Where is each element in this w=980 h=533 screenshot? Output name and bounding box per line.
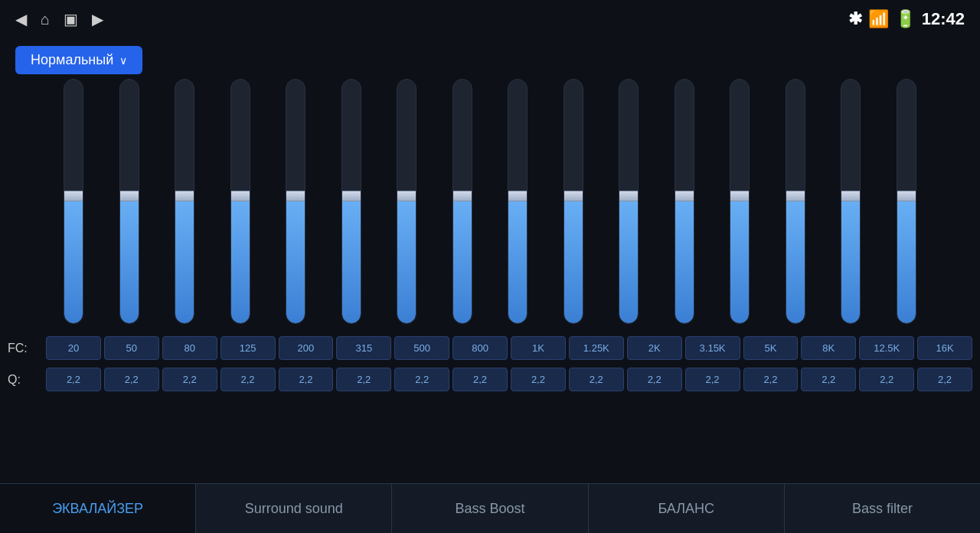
fc-btn-200[interactable]: 200 (279, 336, 334, 360)
slider-3.15K[interactable] (662, 79, 707, 332)
slider-handle-80[interactable] (175, 191, 194, 201)
slider-500[interactable] (384, 79, 430, 332)
slider-16K[interactable] (884, 79, 929, 332)
slider-handle-3.15K[interactable] (675, 191, 694, 201)
clock: 12:42 (922, 9, 965, 29)
preset-area: Нормальный ∨ (0, 38, 980, 79)
slider-handle-200[interactable] (286, 191, 305, 201)
fc-btn-80[interactable]: 80 (162, 336, 217, 360)
q-btn-8K[interactable]: 2,2 (801, 368, 856, 391)
preset-label: Нормальный (31, 52, 113, 68)
q-btn-500[interactable]: 2,2 (394, 368, 449, 391)
q-row: Q: 2,22,22,22,22,22,22,22,22,22,22,22,22… (8, 363, 972, 394)
slider-12.5K[interactable] (828, 79, 874, 332)
slider-handle-315[interactable] (341, 191, 361, 201)
slider-handle-1.25K[interactable] (564, 191, 583, 201)
slider-handle-20[interactable] (64, 191, 83, 201)
fc-btn-50[interactable]: 50 (104, 336, 159, 360)
fc-btn-12.5K[interactable]: 12.5K (859, 336, 914, 360)
fc-btn-800[interactable]: 800 (452, 336, 508, 360)
slider-800[interactable] (439, 79, 485, 332)
q-btn-5K[interactable]: 2,2 (743, 368, 799, 391)
tab-eq[interactable]: ЭКВАЛАЙЗЕР (0, 484, 196, 533)
slider-50[interactable] (106, 79, 152, 332)
status-bar: ◀ ⌂ ▣ ▶ ✱ 📶 🔋 12:42 (0, 0, 980, 38)
q-btn-80[interactable]: 2,2 (162, 368, 217, 391)
slider-handle-16K[interactable] (897, 191, 916, 201)
q-btn-200[interactable]: 2,2 (279, 368, 334, 391)
q-btn-16K[interactable]: 2,2 (917, 368, 972, 391)
q-btn-800[interactable]: 2,2 (452, 368, 508, 391)
fc-btn-8K[interactable]: 8K (801, 336, 856, 360)
sliders-container (8, 79, 972, 332)
q-btn-50[interactable]: 2,2 (104, 368, 159, 391)
fc-btn-315[interactable]: 315 (336, 336, 391, 360)
slider-315[interactable] (328, 79, 374, 332)
slider-handle-125[interactable] (230, 191, 250, 201)
chevron-down-icon: ∨ (119, 54, 127, 67)
fc-btn-16K[interactable]: 16K (917, 336, 972, 360)
q-label: Q: (8, 373, 46, 387)
fc-label: FC: (8, 342, 46, 355)
battery-icon: 🔋 (895, 9, 916, 29)
q-btn-125[interactable]: 2,2 (220, 368, 276, 391)
fc-btn-5K[interactable]: 5K (743, 336, 799, 360)
fc-btn-500[interactable]: 500 (394, 336, 449, 360)
home-icon[interactable]: ⌂ (41, 11, 50, 28)
fc-buttons: 2050801252003155008001K1.25K2K3.15K5K8K1… (46, 336, 972, 360)
q-btn-315[interactable]: 2,2 (336, 368, 391, 391)
eq-area: FC: 2050801252003155008001K1.25K2K3.15K5… (0, 79, 980, 431)
q-btn-3.15K[interactable]: 2,2 (685, 368, 740, 391)
fc-btn-3.15K[interactable]: 3.15K (685, 336, 740, 360)
slider-1.25K[interactable] (550, 79, 596, 332)
slider-125[interactable] (217, 79, 263, 332)
slider-handle-800[interactable] (452, 191, 472, 201)
status-right: ✱ 📶 🔋 12:42 (848, 9, 965, 29)
tab-bar: ЭКВАЛАЙЗЕРSurround soundBass BoostБАЛАНС… (0, 483, 980, 533)
slider-handle-8K[interactable] (786, 191, 805, 201)
preset-button[interactable]: Нормальный ∨ (15, 46, 142, 74)
slider-handle-500[interactable] (397, 191, 416, 201)
q-buttons: 2,22,22,22,22,22,22,22,22,22,22,22,22,22… (46, 368, 972, 391)
wifi-icon: 📶 (868, 9, 889, 29)
slider-1K[interactable] (495, 79, 541, 332)
slider-handle-2K[interactable] (619, 191, 639, 201)
fc-btn-20[interactable]: 20 (46, 336, 101, 360)
bluetooth-icon: ✱ (848, 9, 862, 29)
tab-balance[interactable]: БАЛАНС (589, 484, 785, 533)
q-btn-2K[interactable]: 2,2 (627, 368, 682, 391)
fc-btn-1K[interactable]: 1K (511, 336, 566, 360)
slider-5K[interactable] (717, 79, 763, 332)
fc-btn-2K[interactable]: 2K (627, 336, 682, 360)
q-btn-1K[interactable]: 2,2 (511, 368, 566, 391)
slider-20[interactable] (51, 79, 96, 332)
slider-200[interactable] (273, 79, 318, 332)
fc-row: FC: 2050801252003155008001K1.25K2K3.15K5… (8, 332, 972, 363)
slider-handle-50[interactable] (119, 191, 139, 201)
fc-btn-125[interactable]: 125 (220, 336, 276, 360)
fc-btn-1.25K[interactable]: 1.25K (569, 336, 624, 360)
play-icon[interactable]: ▶ (92, 10, 103, 28)
slider-2K[interactable] (606, 79, 652, 332)
nav-controls: ◀ ⌂ ▣ ▶ (15, 10, 103, 28)
q-btn-12.5K[interactable]: 2,2 (859, 368, 914, 391)
q-btn-1.25K[interactable]: 2,2 (569, 368, 624, 391)
slider-handle-5K[interactable] (730, 191, 750, 201)
window-icon[interactable]: ▣ (64, 10, 78, 28)
tab-bass-boost[interactable]: Bass Boost (392, 484, 588, 533)
back-icon[interactable]: ◀ (15, 10, 27, 28)
tab-surround[interactable]: Surround sound (196, 484, 392, 533)
slider-handle-12.5K[interactable] (841, 191, 861, 201)
slider-8K[interactable] (773, 79, 818, 332)
q-btn-20[interactable]: 2,2 (46, 368, 101, 391)
tab-bass-filter[interactable]: Bass filter (785, 484, 980, 533)
slider-handle-1K[interactable] (508, 191, 528, 201)
slider-80[interactable] (162, 79, 207, 332)
